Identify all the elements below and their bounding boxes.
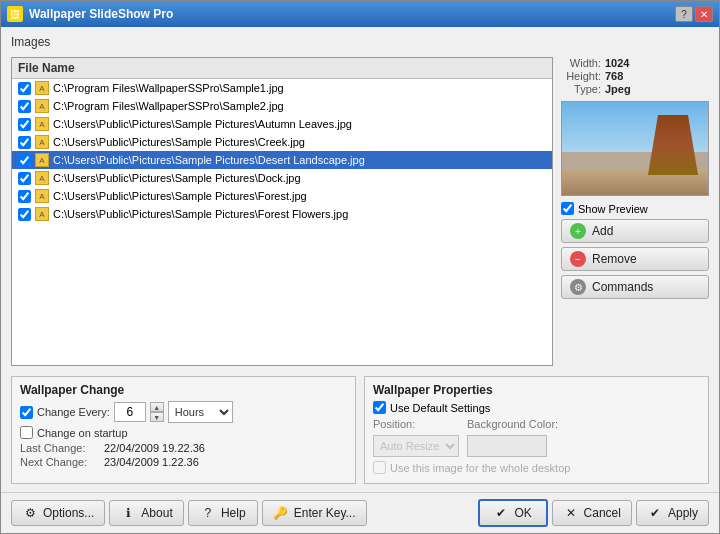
file-checkbox[interactable]	[18, 100, 31, 113]
enter-key-label: Enter Key...	[294, 506, 356, 520]
add-button[interactable]: + Add	[561, 219, 709, 243]
cancel-label: Cancel	[584, 506, 621, 520]
options-button[interactable]: ⚙ Options...	[11, 500, 105, 526]
table-row[interactable]: AC:\Program Files\WallpaperSSPro\Sample2…	[12, 97, 552, 115]
image-info: Width: 1024 Height: 768 Type: Jpeg	[561, 57, 709, 95]
remove-label: Remove	[592, 252, 637, 266]
use-default-row: Use Default Settings	[373, 401, 700, 414]
position-col: Position: Auto Resize Center Tile Stretc…	[373, 418, 459, 457]
help-titlebar-button[interactable]: ?	[675, 6, 693, 22]
spin-up-button[interactable]: ▲	[150, 402, 164, 412]
bgcolor-label: Background Color:	[467, 418, 558, 430]
height-row: Height: 768	[561, 70, 709, 82]
show-preview-checkbox[interactable]	[561, 202, 574, 215]
wallpaper-props-title: Wallpaper Properties	[373, 383, 700, 397]
add-icon: +	[570, 223, 586, 239]
wallpaper-properties-panel: Wallpaper Properties Use Default Setting…	[364, 376, 709, 484]
file-type-icon: A	[35, 135, 49, 149]
title-bar: 🖼 Wallpaper SlideShow Pro ? ✕	[1, 1, 719, 27]
close-button[interactable]: ✕	[695, 6, 713, 22]
last-change-label: Last Change:	[20, 442, 100, 454]
table-row[interactable]: AC:\Users\Public\Pictures\Sample Picture…	[12, 187, 552, 205]
options-icon: ⚙	[22, 505, 38, 521]
help-button[interactable]: ? Help	[188, 500, 258, 526]
ok-label: OK	[514, 506, 531, 520]
bottom-section: Wallpaper Change Change Every: ▲ ▼ Hours…	[11, 376, 709, 484]
height-value: 768	[605, 70, 623, 82]
table-row[interactable]: AC:\Users\Public\Pictures\Sample Picture…	[12, 205, 552, 223]
app-icon: 🖼	[7, 6, 23, 22]
main-area: File Name AC:\Program Files\WallpaperSSP…	[11, 57, 709, 366]
cancel-icon: ✕	[563, 505, 579, 521]
file-checkbox[interactable]	[18, 154, 31, 167]
apply-button[interactable]: ✔ Apply	[636, 500, 709, 526]
wallpaper-change-title: Wallpaper Change	[20, 383, 347, 397]
next-change-label: Next Change:	[20, 456, 100, 468]
gear-icon: ⚙	[570, 279, 586, 295]
file-path-text: C:\Users\Public\Pictures\Sample Pictures…	[53, 208, 348, 220]
file-path-text: C:\Users\Public\Pictures\Sample Pictures…	[53, 154, 365, 166]
file-path-text: C:\Users\Public\Pictures\Sample Pictures…	[53, 190, 307, 202]
window-title: Wallpaper SlideShow Pro	[29, 7, 173, 21]
apply-label: Apply	[668, 506, 698, 520]
images-section-label: Images	[11, 35, 709, 49]
file-checkbox[interactable]	[18, 82, 31, 95]
remove-icon: −	[570, 251, 586, 267]
ok-button[interactable]: ✔ OK	[478, 499, 548, 527]
change-every-input[interactable]	[114, 402, 146, 422]
help-label: Help	[221, 506, 246, 520]
file-type-icon: A	[35, 81, 49, 95]
file-checkbox[interactable]	[18, 136, 31, 149]
file-type-icon: A	[35, 207, 49, 221]
footer: ⚙ Options... ℹ About ? Help 🔑 Enter Key.…	[1, 492, 719, 533]
spin-down-button[interactable]: ▼	[150, 412, 164, 422]
table-row[interactable]: AC:\Program Files\WallpaperSSPro\Sample1…	[12, 79, 552, 97]
width-value: 1024	[605, 57, 629, 69]
commands-button[interactable]: ⚙ Commands	[561, 275, 709, 299]
change-every-checkbox[interactable]	[20, 406, 33, 419]
bgcolor-field	[467, 435, 547, 457]
file-list-header: File Name	[12, 58, 552, 79]
enter-key-icon: 🔑	[273, 505, 289, 521]
next-change-row: Next Change: 23/04/2009 1.22.36	[20, 456, 347, 468]
height-label: Height:	[561, 70, 601, 82]
file-type-icon: A	[35, 153, 49, 167]
remove-button[interactable]: − Remove	[561, 247, 709, 271]
enter-key-button[interactable]: 🔑 Enter Key...	[262, 500, 367, 526]
ok-icon: ✔	[493, 505, 509, 521]
file-path-text: C:\Users\Public\Pictures\Sample Pictures…	[53, 136, 305, 148]
file-list-body[interactable]: AC:\Program Files\WallpaperSSPro\Sample1…	[12, 79, 552, 365]
change-every-label: Change Every:	[37, 406, 110, 418]
title-bar-left: 🖼 Wallpaper SlideShow Pro	[7, 6, 173, 22]
about-button[interactable]: ℹ About	[109, 500, 183, 526]
next-change-value: 23/04/2009 1.22.36	[104, 456, 199, 468]
table-row[interactable]: AC:\Users\Public\Pictures\Sample Picture…	[12, 169, 552, 187]
whole-desktop-row: Use this image for the whole desktop	[373, 461, 700, 474]
file-type-icon: A	[35, 99, 49, 113]
whole-desktop-checkbox	[373, 461, 386, 474]
file-path-text: C:\Program Files\WallpaperSSPro\Sample1.…	[53, 82, 284, 94]
file-type-icon: A	[35, 117, 49, 131]
table-row[interactable]: AC:\Users\Public\Pictures\Sample Picture…	[12, 151, 552, 169]
position-label: Position:	[373, 418, 459, 430]
change-on-startup-row: Change on startup	[20, 426, 347, 439]
file-path-text: C:\Users\Public\Pictures\Sample Pictures…	[53, 118, 352, 130]
table-row[interactable]: AC:\Users\Public\Pictures\Sample Picture…	[12, 133, 552, 151]
add-label: Add	[592, 224, 613, 238]
use-default-label: Use Default Settings	[390, 402, 490, 414]
file-checkbox[interactable]	[18, 190, 31, 203]
change-on-startup-checkbox[interactable]	[20, 426, 33, 439]
table-row[interactable]: AC:\Users\Public\Pictures\Sample Picture…	[12, 115, 552, 133]
hours-dropdown[interactable]: Hours Minutes Days	[168, 401, 233, 423]
file-path-text: C:\Program Files\WallpaperSSPro\Sample2.…	[53, 100, 284, 112]
file-checkbox[interactable]	[18, 118, 31, 131]
file-checkbox[interactable]	[18, 208, 31, 221]
props-row: Position: Auto Resize Center Tile Stretc…	[373, 418, 700, 457]
file-checkbox[interactable]	[18, 172, 31, 185]
cancel-button[interactable]: ✕ Cancel	[552, 500, 632, 526]
show-preview-row: Show Preview	[561, 202, 709, 215]
preview-box	[561, 101, 709, 196]
type-value: Jpeg	[605, 83, 631, 95]
width-label: Width:	[561, 57, 601, 69]
use-default-checkbox[interactable]	[373, 401, 386, 414]
